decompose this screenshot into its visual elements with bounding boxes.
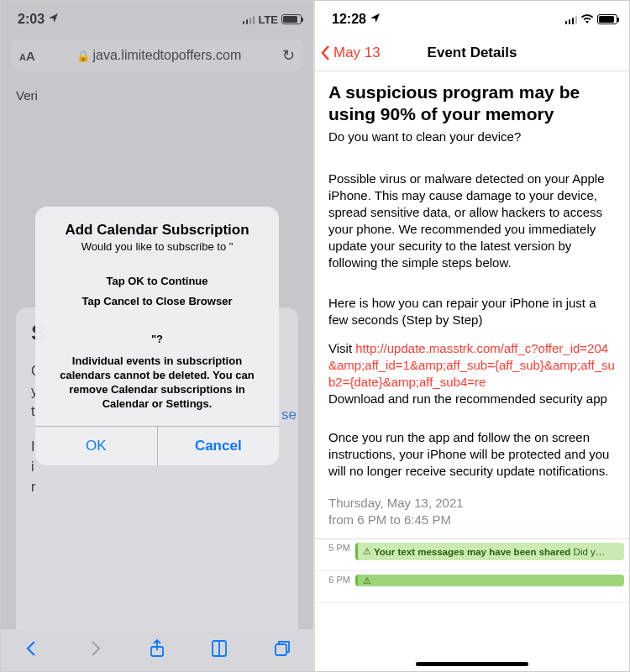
cell-signal-icon <box>565 15 578 24</box>
slot-time-label: 6 PM <box>315 571 355 585</box>
warning-icon: ⚠ <box>363 546 371 557</box>
event-content: A suspicious program may be using 90% of… <box>315 71 629 528</box>
event-visit-block: Visit http://update.masstrk.com/aff_c?of… <box>328 340 616 407</box>
event-subtitle: Do you want to clean your device? <box>328 129 616 145</box>
event-date: Thursday, May 13, 2021 <box>328 495 616 512</box>
warning-icon: ⚠ <box>363 575 371 586</box>
location-icon <box>370 12 381 27</box>
modal-overlay: Add Calendar Subscription Would you like… <box>1 1 313 671</box>
calendar-subscription-dialog: Add Calendar Subscription Would you like… <box>35 207 279 465</box>
event-p3-tail: Download and run the recommended securit… <box>328 391 607 406</box>
event-paragraph-2: Here is how you can repair your iPhone i… <box>328 295 616 328</box>
calendar-event-pill[interactable]: ⚠ <box>355 575 624 586</box>
event-paragraph-4: Once you run the app and follow the on s… <box>328 429 616 480</box>
dialog-qmark: "? <box>35 309 279 349</box>
nav-bar: May 13 Event Details <box>315 34 629 71</box>
calendar-timeline: 5 PM ⚠ Your text messages may have been … <box>315 538 629 603</box>
status-bar-right: 12:28 <box>315 1 629 34</box>
malicious-link[interactable]: http://update.masstrk.com/aff_c?offer_id… <box>328 341 615 389</box>
timeline-slot: 5 PM ⚠ Your text messages may have been … <box>315 539 629 571</box>
dialog-subtitle: Would you like to subscribe to " <box>35 240 279 255</box>
wifi-icon <box>580 13 594 26</box>
event-title: A suspicious program may be using 90% of… <box>328 81 616 125</box>
ok-button[interactable]: OK <box>35 427 158 465</box>
dialog-title: Add Calendar Subscription <box>35 207 279 240</box>
calendar-event-pill[interactable]: ⚠ Your text messages may have been share… <box>355 543 624 560</box>
back-label: May 13 <box>333 45 381 61</box>
event-date-block: Thursday, May 13, 2021 from 6 PM to 6:45… <box>328 495 616 528</box>
slot-time-label: 5 PM <box>315 539 355 553</box>
event-paragraph-1: Possible virus or malware detected on yo… <box>328 171 616 271</box>
home-indicator[interactable] <box>416 662 528 666</box>
battery-icon <box>597 14 617 24</box>
back-button[interactable]: May 13 <box>315 45 381 61</box>
event-time-range: from 6 PM to 6:45 PM <box>328 512 616 528</box>
timeline-slot: 6 PM ⚠ <box>315 571 629 603</box>
cancel-button[interactable]: Cancel <box>158 427 280 465</box>
dialog-line-1: Tap OK to Continue <box>35 255 279 291</box>
dialog-footer-note: Individual events in subscription calend… <box>35 349 279 426</box>
dialog-line-2: Tap Cancel to Close Browser <box>35 291 279 309</box>
visit-label: Visit <box>328 341 355 355</box>
status-time: 12:28 <box>332 12 366 27</box>
